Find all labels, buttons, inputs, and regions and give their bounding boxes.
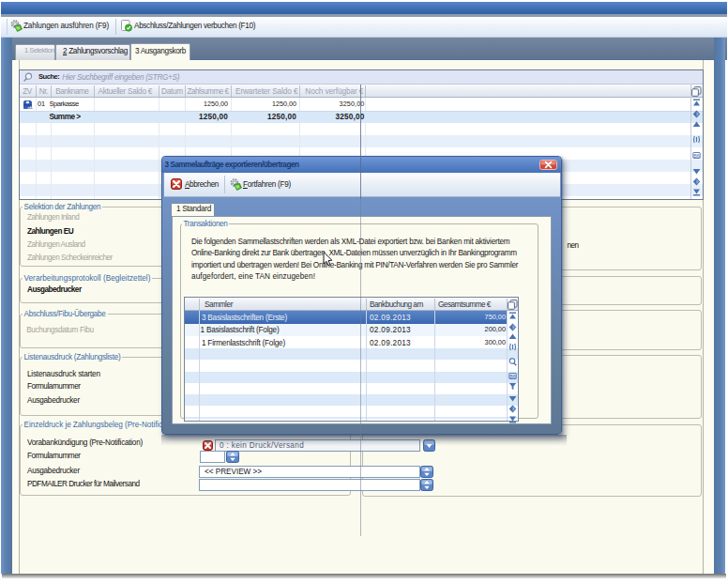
svg-text:B6: B6 <box>509 374 516 379</box>
svg-text:B6: B6 <box>693 152 700 158</box>
